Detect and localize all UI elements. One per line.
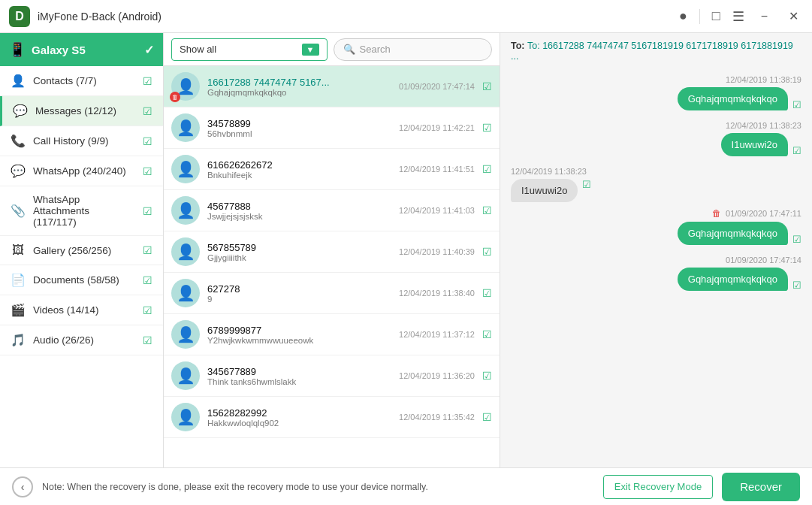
back-button[interactable]: ‹ [12,476,33,497]
message-preview: Think tanks6hwmlslakk [207,377,391,386]
chat-icon[interactable]: □ [712,8,720,24]
exit-recovery-button[interactable]: Exit Recovery Mode [603,475,713,499]
message-checkbox[interactable]: ☑ [482,287,492,299]
message-time: 12/04/2019 11:42:21 [399,123,475,132]
device-header[interactable]: 📱 Galaxy S5 ✓ [0,33,163,66]
title-bar: D iMyFone D-Back (Android) ● □ ☰ − ✕ [0,0,812,33]
message-info: 567855789 Gjjygiiiithk [207,242,391,262]
table-row[interactable]: 👤 345677889 Think tanks6hwmlslakk 12/04/… [164,355,500,397]
avatar: 👤 🗑 [171,72,200,101]
message-checkbox[interactable]: ☑ [482,328,492,340]
chat-block: 12/04/2019 11:38:23 I1uwuwi2o ☑ [511,116,801,156]
message-info: 6789999877 Y2hwjkwkwmmwwuueeowk [207,325,391,345]
show-all-label: Show all [180,44,216,55]
message-checkbox[interactable]: ☑ [482,370,492,382]
avatar: 👤 [171,237,200,266]
table-row[interactable]: 👤 15628282992 Hakkwwloqlqlq902 12/04/201… [164,397,500,438]
message-time: 12/04/2019 11:37:12 [399,330,475,339]
chat-bubble: I1uwuwi2o [721,133,788,156]
messages-icon: 💬 [13,104,28,118]
sidebar-item-whatsapp-attachments[interactable]: 📎 WhatsApp Attachments (117/117) ☑ [0,186,163,236]
chat-check: ☑ [792,99,801,110]
table-row[interactable]: 👤 6789999877 Y2hwjkwkwmmwwuueeowk 12/04/… [164,314,500,355]
table-row[interactable]: 👤 567855789 Gjjygiiiithk 12/04/2019 11:4… [164,231,500,273]
title-bar-controls: ● □ ☰ − ✕ [679,8,803,25]
detail-recipient: To: 16617288 74474747 5167181919 6171718… [511,41,793,62]
table-row[interactable]: 👤 616626262672 Bnkuhifeejk 12/04/2019 11… [164,149,500,190]
whatsapp-icon: 💬 [11,164,26,178]
table-row[interactable]: 👤 627278 9 12/04/2019 11:38:40 ☑ [164,273,500,314]
device-name: Galaxy S5 [32,44,86,56]
message-checkbox[interactable]: ☑ [482,122,492,134]
message-time: 12/04/2019 11:41:51 [399,165,475,174]
whatsapp-attachments-icon: 📎 [11,204,26,218]
sidebar-item-whatsapp[interactable]: 💬 WhatsApp (240/240) ☑ [0,156,163,186]
sidebar-item-documents[interactable]: 📄 Documents (58/58) ☑ [0,265,163,295]
chat-check: ☑ [792,234,801,245]
detail-pane: To: To: 16617288 74474747 5167181919 617… [500,33,812,467]
message-list-area: Show all ▼ 🔍 Search 👤 🗑 16617288 7447474… [164,33,500,467]
chat-row: I1uwuwi2o ☑ [511,179,801,202]
chat-deleted-timestamp: 01/09/2020 17:47:11 [726,209,801,218]
message-list-header: Show all ▼ 🔍 Search [164,33,500,66]
documents-icon: 📄 [11,273,26,287]
table-row[interactable]: 👤 34578899 56hvbnmml 12/04/2019 11:42:21… [164,107,500,149]
sidebar-item-call-history[interactable]: 📞 Call History (9/9) ☑ [0,126,163,156]
bottom-bar: ‹ Note: When the recovery is done, pleas… [0,467,812,505]
sidebar-item-gallery[interactable]: 🖼 Gallery (256/256) ☑ [0,236,163,265]
search-box[interactable]: 🔍 Search [334,38,493,61]
sidebar-item-messages[interactable]: 💬 Messages (12/12) ☑ [0,96,163,126]
sidebar-item-contacts[interactable]: 👤 Contacts (7/7) ☑ [0,66,163,96]
show-all-dropdown[interactable]: Show all ▼ [171,38,328,61]
chat-bubble: Gqhajqmqmkqkqkqo [678,87,788,110]
whatsapp-attachments-label: WhatsApp Attachments (117/117) [33,194,135,228]
message-time: 12/04/2019 11:38:40 [399,289,475,298]
call-history-icon: 📞 [11,134,26,148]
chat-check: ☑ [792,145,801,156]
documents-check: ☑ [143,274,152,286]
call-history-label: Call History (9/9) [33,135,135,147]
chat-bubble: I1uwuwi2o [511,179,578,202]
delete-indicator: 🗑 [712,208,721,219]
message-name: 567855789 [207,242,391,253]
chat-timestamp: 12/04/2019 11:38:23 [511,121,801,130]
menu-icon[interactable]: ☰ [732,8,744,25]
avatar: 👤 [171,361,200,390]
close-button[interactable]: ✕ [784,8,803,25]
user-icon[interactable]: ● [679,8,687,24]
sidebar-item-videos[interactable]: 🎬 Videos (14/14) ☑ [0,295,163,325]
gallery-label: Gallery (256/256) [33,245,135,256]
avatar: 👤 [171,155,200,183]
table-row[interactable]: 👤 45677888 Jswjjejsjsjsksk 12/04/2019 11… [164,190,500,231]
message-preview: Hakkwwloqlqlq902 [207,419,391,428]
whatsapp-attachments-check: ☑ [143,205,152,217]
contacts-check: ☑ [143,75,152,87]
device-icon: 📱 [9,41,26,58]
deleted-badge: 🗑 [170,92,180,102]
chat-timestamp: 01/09/2020 17:47:14 [511,256,801,265]
message-preview: Gqhajqmqmkqkqkqo [207,88,391,97]
message-checkbox[interactable]: ☑ [482,163,492,175]
message-checkbox[interactable]: ☑ [482,246,492,258]
recover-button[interactable]: Recover [722,473,800,501]
sidebar-item-audio[interactable]: 🎵 Audio (26/26) ☑ [0,325,163,355]
audio-check: ☑ [143,334,152,346]
main-content: 📱 Galaxy S5 ✓ 👤 Contacts (7/7) ☑ 💬 Messa… [0,33,812,467]
message-checkbox[interactable]: ☑ [482,204,492,216]
videos-label: Videos (14/14) [33,304,135,316]
message-name: 616626262672 [207,159,391,171]
minimize-button[interactable]: − [756,8,772,25]
chat-block: 01/09/2020 17:47:14 Gqhajqmqmkqkqkqo ☑ [511,251,801,291]
message-preview: Y2hwjkwkwmmwwuueeowk [207,336,391,345]
avatar: 👤 [171,113,200,142]
message-info: 34578899 56hvbnmml [207,118,391,138]
table-row[interactable]: 👤 🗑 16617288 74474747 5167... Gqhajqmqmk… [164,66,500,107]
separator [699,9,700,24]
message-name: 16617288 74474747 5167... [207,77,391,88]
message-checkbox[interactable]: ☑ [482,80,492,92]
documents-label: Documents (58/58) [33,274,135,286]
message-checkbox[interactable]: ☑ [482,411,492,423]
sidebar: 📱 Galaxy S5 ✓ 👤 Contacts (7/7) ☑ 💬 Messa… [0,33,164,467]
chat-block: 🗑 01/09/2020 17:47:11 Gqhajqmqmkqkqkqo ☑ [511,208,801,245]
messages-label: Messages (12/12) [35,105,135,116]
